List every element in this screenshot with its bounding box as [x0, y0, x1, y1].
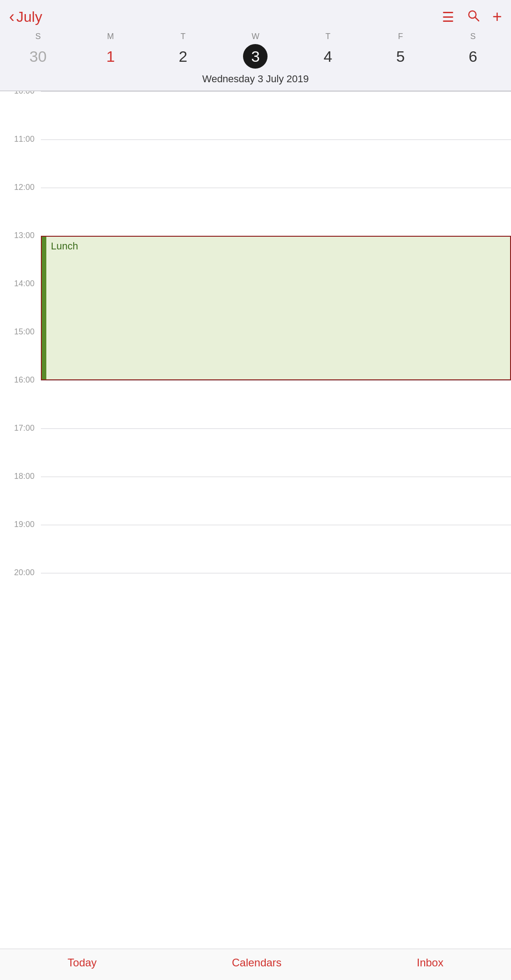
time-label: 19:00	[0, 520, 41, 528]
day-column-6[interactable]: S6	[437, 32, 509, 69]
time-row: 16:00	[0, 380, 511, 428]
time-row: 18:00	[0, 477, 511, 525]
list-icon[interactable]: ☰	[442, 9, 454, 25]
tab-inbox[interactable]: Inbox	[417, 956, 443, 969]
day-column-4[interactable]: T4	[292, 32, 364, 69]
day-name: T	[180, 32, 185, 41]
time-row: 19:00	[0, 525, 511, 573]
day-column-0[interactable]: S30	[2, 32, 74, 69]
day-column-3[interactable]: W3	[219, 32, 292, 69]
time-row: 20:00	[0, 573, 511, 621]
time-row: 10:00	[0, 91, 511, 139]
time-line	[41, 91, 511, 92]
svg-line-1	[475, 17, 479, 21]
day-name: S	[470, 32, 476, 41]
time-row: 12:00	[0, 188, 511, 236]
time-line	[41, 139, 511, 140]
day-number: 1	[98, 44, 123, 69]
time-label: 10:00	[0, 91, 41, 95]
back-label: July	[16, 9, 42, 25]
date-label: Wednesday 3 July 2019	[0, 69, 511, 91]
day-number: 6	[461, 44, 485, 69]
day-number: 2	[171, 44, 195, 69]
time-label: 12:00	[0, 183, 41, 191]
search-icon[interactable]	[467, 9, 480, 25]
day-name: F	[398, 32, 403, 41]
day-column-1[interactable]: M1	[74, 32, 147, 69]
time-label: 18:00	[0, 472, 41, 480]
day-name: M	[107, 32, 114, 41]
time-label: 16:00	[0, 376, 41, 384]
time-line	[41, 573, 511, 573]
time-label: 20:00	[0, 568, 41, 577]
day-name: W	[252, 32, 259, 41]
chevron-left-icon: ‹	[9, 9, 15, 25]
time-line	[41, 525, 511, 525]
time-line	[41, 477, 511, 477]
week-header: S30M1T2W3T4F5S6	[0, 30, 511, 69]
day-number: 3	[243, 44, 268, 69]
add-icon[interactable]: +	[492, 7, 502, 26]
time-row: 11:00	[0, 139, 511, 188]
time-grid: 10:0011:0012:0013:0014:0015:0016:0017:00…	[0, 91, 511, 949]
day-name: T	[326, 32, 331, 41]
event-color-bar	[42, 237, 46, 379]
time-line	[41, 188, 511, 188]
day-column-5[interactable]: F5	[364, 32, 437, 69]
time-row: 17:00	[0, 428, 511, 477]
time-label: 17:00	[0, 424, 41, 432]
day-number: 30	[26, 44, 50, 69]
time-line	[41, 380, 511, 381]
tab-today[interactable]: Today	[68, 956, 97, 969]
time-label: 14:00	[0, 279, 41, 288]
day-number: 5	[388, 44, 413, 69]
time-label: 15:00	[0, 328, 41, 336]
back-button[interactable]: ‹ July	[9, 9, 42, 25]
tab-bar: Today Calendars Inbox	[0, 949, 511, 980]
toolbar-icons: ☰ +	[442, 7, 502, 26]
top-bar: ‹ July ☰ +	[0, 0, 511, 30]
event-title: Lunch	[46, 237, 83, 379]
day-column-2[interactable]: T2	[147, 32, 219, 69]
tab-calendars[interactable]: Calendars	[232, 956, 281, 969]
time-label: 13:00	[0, 231, 41, 239]
day-number: 4	[316, 44, 340, 69]
event-block[interactable]: Lunch	[41, 236, 511, 380]
day-name: S	[35, 32, 41, 41]
time-label: 11:00	[0, 135, 41, 143]
time-line	[41, 428, 511, 429]
